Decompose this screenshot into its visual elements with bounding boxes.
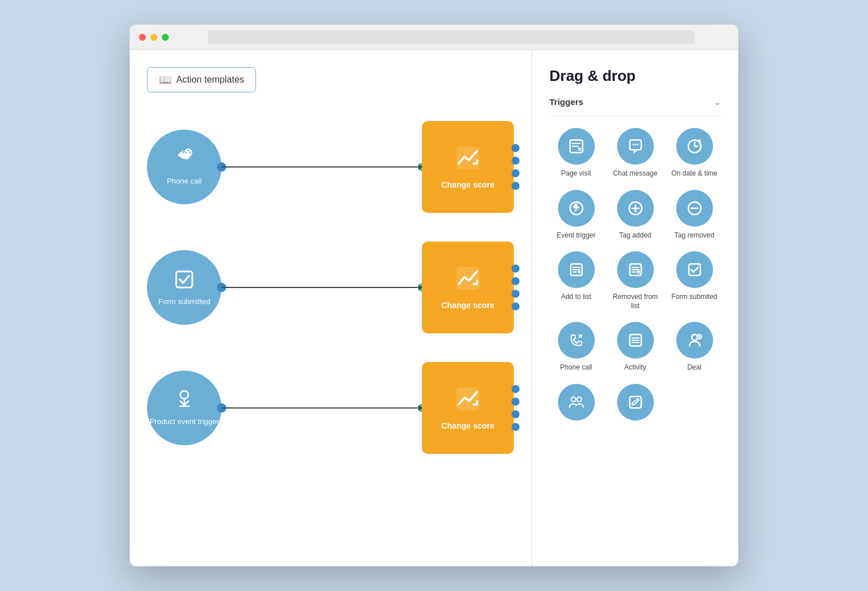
minimize-button[interactable] <box>150 34 157 41</box>
product-event-icon <box>174 389 195 414</box>
tag-added-label: Tag added <box>619 231 651 240</box>
form-submitted-icon <box>174 269 195 294</box>
trigger-node-product-event[interactable]: Product event trigger <box>147 371 222 445</box>
line-1 <box>222 166 422 168</box>
dragdrop-panel: Drag & drop Triggers ⌄ P <box>532 50 738 566</box>
side-dots-2 <box>512 265 520 310</box>
trigger-circle-more-1 <box>558 384 595 421</box>
trigger-item-page-visit[interactable]: Page visit <box>549 128 603 178</box>
form-submitted-label: Form submitted <box>158 297 210 306</box>
side-dot <box>512 385 520 393</box>
svg-rect-4 <box>176 271 192 287</box>
event-trigger-label: Event trigger <box>556 231 595 240</box>
change-score-icon-1 <box>455 145 480 176</box>
workflow-row: Product event trigger <box>147 362 514 454</box>
side-dot <box>512 410 520 418</box>
svg-point-19 <box>637 144 638 146</box>
trigger-item-on-date-time[interactable]: On date & time <box>668 128 721 178</box>
trigger-circle-page-visit <box>558 128 595 165</box>
trigger-circle-event-trigger <box>558 190 595 227</box>
trigger-circle-add-to-list <box>558 251 595 288</box>
action-node-1[interactable]: Change score <box>422 121 514 213</box>
phone-call-icon <box>174 149 195 173</box>
trigger-item-phone-call[interactable]: Phone call <box>549 322 603 372</box>
workflow-row: Form submitted <box>147 242 514 333</box>
svg-rect-1 <box>456 146 479 169</box>
chat-message-label: Chat message <box>613 169 657 178</box>
svg-rect-5 <box>456 267 479 290</box>
trigger-node-form-submitted[interactable]: Form submitted <box>147 250 222 325</box>
trigger-circle-activity <box>617 322 654 359</box>
side-dot <box>512 144 520 152</box>
action-templates-label: Action templates <box>176 75 244 85</box>
trigger-item-chat-message[interactable]: Chat message <box>609 128 662 178</box>
trigger-circle-form-submitted <box>676 251 713 288</box>
action-node-3[interactable]: Change score <box>422 362 514 454</box>
phone-call-label: Phone call <box>167 177 202 185</box>
svg-point-49 <box>571 397 576 402</box>
change-score-icon-3 <box>455 386 480 417</box>
browser-titlebar <box>130 25 738 50</box>
svg-point-8 <box>180 391 188 399</box>
workflow-panel: 📖 Action templates Phone ca <box>130 50 532 566</box>
side-dot <box>512 290 520 298</box>
tag-removed-label: Tag removed <box>675 231 714 240</box>
page-visit-label: Page visit <box>561 169 591 178</box>
form-submitted-label: Form submited <box>671 293 717 302</box>
workflow-canvas: Phone call <box>147 115 514 454</box>
trigger-item-tag-removed[interactable]: Tag removed <box>668 190 721 240</box>
trigger-item-activity[interactable]: Activity <box>609 322 662 372</box>
trigger-item-deal[interactable]: Deal <box>668 322 721 372</box>
activity-label: Activity <box>624 363 646 372</box>
svg-point-50 <box>577 397 582 402</box>
side-dots-1 <box>512 144 520 190</box>
trigger-node-phone-call[interactable]: Phone call <box>147 130 222 204</box>
trigger-circle-chat-message <box>617 128 654 165</box>
trigger-item-removed-from-list[interactable]: Removed from list <box>609 251 662 310</box>
line-3 <box>222 407 422 409</box>
trigger-item-event-trigger[interactable]: Event trigger <box>549 190 603 240</box>
trigger-item-tag-added[interactable]: Tag added <box>609 190 662 240</box>
close-button[interactable] <box>139 34 146 41</box>
trigger-circle-on-date-time <box>676 128 713 165</box>
side-dot <box>512 423 520 431</box>
dragdrop-title: Drag & drop <box>549 67 721 85</box>
maximize-button[interactable] <box>162 34 169 41</box>
change-score-label-2: Change score <box>441 301 495 310</box>
triggers-grid: Page visit Chat message <box>549 128 721 425</box>
trigger-circle-more-2 <box>617 384 654 421</box>
trigger-circle-removed-from-list <box>617 251 654 288</box>
side-dot <box>512 265 520 273</box>
workflow-row: Phone call <box>147 121 514 213</box>
address-bar[interactable] <box>208 30 695 44</box>
phone-call-label: Phone call <box>560 363 592 372</box>
side-dots-3 <box>512 385 520 431</box>
product-event-label: Product event trigger <box>150 417 219 427</box>
removed-from-list-label: Removed from list <box>609 293 662 310</box>
action-node-2[interactable]: Change score <box>422 242 514 333</box>
chevron-down-icon[interactable]: ⌄ <box>714 96 721 107</box>
trigger-item-form-submitted[interactable]: Form submited <box>668 251 721 310</box>
change-score-icon-2 <box>455 266 480 296</box>
trigger-circle-phone-call <box>558 322 595 359</box>
arrow-connector-3 <box>222 407 422 409</box>
line-2 <box>222 287 422 288</box>
on-date-time-label: On date & time <box>671 169 717 178</box>
action-templates-button[interactable]: 📖 Action templates <box>147 67 256 92</box>
side-dot <box>512 277 520 285</box>
arrow-connector-2 <box>222 287 422 288</box>
side-dot <box>512 157 520 165</box>
svg-rect-51 <box>630 396 641 408</box>
trigger-item-more-2[interactable] <box>609 384 662 425</box>
book-icon: 📖 <box>159 73 172 86</box>
side-dot <box>512 398 520 406</box>
trigger-item-add-to-list[interactable]: Add to list <box>549 251 603 310</box>
change-score-label-3: Change score <box>441 421 495 430</box>
trigger-circle-tag-added <box>617 190 654 227</box>
side-dot <box>512 169 520 177</box>
trigger-item-more-1[interactable] <box>549 384 603 425</box>
browser-content: 📖 Action templates Phone ca <box>130 50 738 566</box>
change-score-label-1: Change score <box>441 180 495 189</box>
svg-rect-11 <box>456 387 479 410</box>
svg-point-17 <box>632 144 634 146</box>
